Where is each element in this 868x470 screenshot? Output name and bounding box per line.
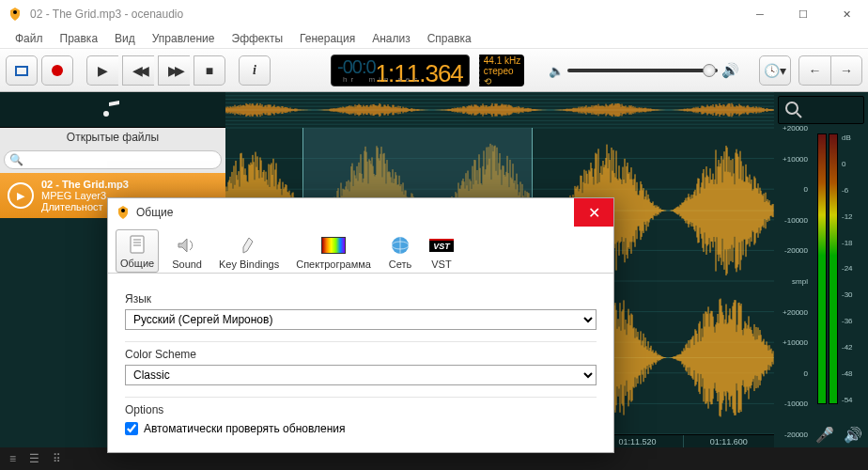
record-button[interactable] [41, 55, 73, 86]
arrow-left-icon: ← [809, 63, 822, 78]
menu-bar: Файл Правка Вид Управление Эффекты Генер… [0, 28, 868, 49]
scale-tick: +20000 [783, 124, 808, 133]
tab-keybindings[interactable]: Key Bindings [215, 231, 283, 273]
db-scale: dB0-6-12-18-24-30-36-42-48-54 [842, 133, 853, 404]
window-maximize-button[interactable]: ☐ [782, 0, 825, 28]
canvas-search[interactable] [778, 96, 864, 124]
sidebar-title: Открытые файлы [0, 128, 225, 147]
search-input[interactable] [4, 150, 222, 169]
tab-spectrogram[interactable]: Спектрограмма [292, 231, 375, 273]
sample-rate: 44.1 kHz [484, 55, 520, 66]
microphone-icon[interactable]: 🎤 [815, 426, 834, 444]
view-detail-icon[interactable]: ☰ [29, 452, 39, 465]
speaker-icon[interactable]: 🔊 [844, 426, 862, 444]
waveform-overview[interactable] [225, 92, 774, 128]
general-icon [125, 233, 149, 256]
auto-update-label: Автоматически проверять обновления [144, 422, 346, 435]
history-button[interactable]: 🕓▾ [759, 55, 791, 86]
file-play-icon[interactable]: ▶ [8, 182, 34, 209]
vst-icon: VST [429, 234, 454, 257]
window-minimize-button[interactable]: ─ [738, 0, 782, 28]
menu-analyze[interactable]: Анализ [364, 30, 418, 47]
meter-left [817, 133, 827, 404]
tab-vst[interactable]: VST VST [426, 231, 457, 273]
selection-tool-button[interactable] [6, 55, 38, 86]
volume-low-icon: 🔈 [549, 64, 564, 78]
svg-rect-4 [131, 236, 144, 253]
forward-icon: ▶▶ [168, 63, 181, 78]
level-meters: dB0-6-12-18-24-30-36-42-48-54 [814, 128, 866, 410]
note-icon [102, 100, 123, 120]
tab-general[interactable]: Общие [116, 229, 159, 273]
network-icon [388, 234, 412, 257]
close-icon: ✕ [588, 204, 600, 222]
menu-control[interactable]: Управление [145, 30, 223, 47]
language-select[interactable]: Русский (Сергей Миронов) [125, 309, 597, 330]
sidebar-header [0, 92, 225, 128]
file-name: 02 - The Grid.mp3 [41, 179, 129, 190]
window-title: 02 - The Grid.mp3 - ocenaudio [30, 8, 738, 21]
arrow-right-icon: → [840, 63, 853, 78]
scale-tick: +20000 [783, 308, 808, 317]
time-meta: 44.1 kHz стерео ⟲ [479, 55, 524, 86]
language-label: Язык [125, 292, 597, 306]
menu-generate[interactable]: Генерация [292, 30, 363, 47]
options-label: Options [125, 403, 597, 416]
timeline-tick: 01:11.600 [683, 435, 774, 447]
rewind-icon: ◀◀ [132, 63, 146, 78]
svg-point-0 [13, 10, 17, 14]
view-list-icon[interactable]: ≡ [9, 452, 16, 465]
tab-sound[interactable]: Sound [168, 231, 206, 273]
menu-view[interactable]: Вид [107, 30, 143, 47]
dialog-body: Язык Русский (Сергей Миронов) Color Sche… [108, 274, 613, 452]
play-icon: ▶ [98, 63, 108, 78]
sound-icon [175, 234, 199, 257]
scale-tick: -20000 [784, 431, 808, 439]
keybindings-icon [237, 234, 261, 257]
scale-tick: +10000 [783, 338, 808, 347]
window-close-button[interactable]: ✕ [825, 0, 868, 28]
volume-high-icon: 🔊 [721, 62, 739, 79]
amplitude-scale: +20000+100000-10000-20000smpl+20000+1000… [774, 128, 812, 434]
info-icon: i [253, 63, 256, 78]
menu-help[interactable]: Справка [420, 30, 479, 47]
nav-back-button[interactable]: ← [798, 55, 830, 86]
selection-icon [15, 66, 28, 76]
forward-button[interactable]: ▶▶ [158, 55, 190, 86]
volume-slider[interactable] [567, 69, 718, 72]
window-titlebar: 02 - The Grid.mp3 - ocenaudio ─ ☐ ✕ [0, 0, 868, 28]
scale-tick: -10000 [784, 400, 808, 408]
color-scheme-select[interactable]: Classic [125, 365, 597, 385]
volume-thumb[interactable] [703, 64, 716, 77]
view-grid-icon[interactable]: ⠿ [53, 452, 61, 465]
scale-tick: 0 [804, 185, 808, 194]
dialog-tabs: Общие Sound Key Bindings Спектрограмма С… [108, 227, 613, 274]
dialog-close-button[interactable]: ✕ [574, 198, 613, 227]
menu-file[interactable]: Файл [8, 30, 51, 47]
play-button[interactable]: ▶ [86, 55, 118, 86]
dialog-app-icon [116, 205, 131, 220]
scale-tick: -20000 [784, 246, 808, 255]
menu-effects[interactable]: Эффекты [225, 30, 291, 47]
record-icon [52, 65, 63, 76]
dialog-titlebar[interactable]: Общие ✕ [108, 198, 613, 227]
rewind-button[interactable]: ◀◀ [122, 55, 154, 86]
nav-forward-button[interactable]: → [830, 55, 862, 86]
toolbar: ▶ ◀◀ ▶▶ ■ i hr min sec -00:0 1:11.364 44… [0, 49, 868, 92]
info-button[interactable]: i [239, 55, 271, 86]
svg-line-2 [797, 113, 801, 118]
scale-tick: 0 [804, 369, 808, 378]
stop-button[interactable]: ■ [194, 55, 225, 86]
scale-tick: smpl [792, 277, 808, 286]
color-scheme-label: Color Scheme [125, 348, 597, 361]
tab-network[interactable]: Сеть [384, 231, 416, 273]
menu-edit[interactable]: Правка [53, 30, 106, 47]
app-icon [8, 7, 23, 22]
svg-point-1 [786, 102, 798, 114]
volume-control: 🔈 🔊 [549, 62, 739, 79]
magnifier-icon [784, 101, 803, 119]
auto-update-checkbox[interactable] [125, 422, 138, 435]
spectrogram-icon [321, 234, 346, 257]
stop-icon: ■ [206, 63, 213, 78]
loop-icon[interactable]: ⟲ [484, 76, 491, 86]
